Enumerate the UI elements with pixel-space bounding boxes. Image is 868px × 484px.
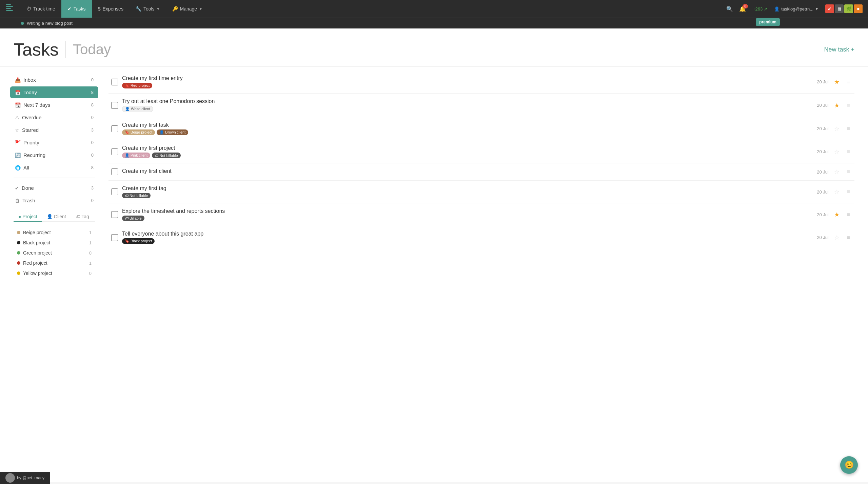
sidebar-item-inbox[interactable]: 📥 Inbox 0: [10, 74, 98, 86]
task-star-3[interactable]: ☆: [833, 125, 841, 133]
task-checkbox-3[interactable]: [111, 125, 118, 132]
nav-expenses[interactable]: $ Expenses: [92, 0, 130, 18]
nav-tools[interactable]: 🔧 Tools ▼: [130, 0, 166, 18]
task-tag-black-project[interactable]: 🔖 Black project: [122, 238, 155, 244]
user-menu-button[interactable]: 👤 tasklog@petrn... ▼: [771, 6, 821, 12]
sidebar-item-today[interactable]: 📅 Today 8: [10, 86, 98, 98]
task-menu-7[interactable]: ≡: [845, 211, 852, 218]
task-tag-brown-client[interactable]: 👤 Brown client: [157, 129, 188, 135]
sidebar-item-done[interactable]: ✔ Done 3: [10, 182, 98, 194]
notification-badge: 8: [743, 4, 748, 8]
task-star-2[interactable]: ★: [833, 102, 841, 109]
manage-icon: 🔑: [172, 6, 178, 12]
nav-track-time[interactable]: ⏱ Track time: [20, 0, 61, 18]
premium-badge[interactable]: premium: [756, 18, 780, 26]
task-checkbox-5[interactable]: [111, 168, 118, 175]
task-menu-6[interactable]: ≡: [845, 189, 852, 195]
project-dot-red: [17, 261, 20, 265]
sidebar-item-overdue[interactable]: ⚠ Overdue 0: [10, 112, 98, 123]
chat-button[interactable]: 😊: [840, 456, 858, 474]
app-icon-orange[interactable]: ■: [854, 4, 863, 13]
score-button[interactable]: +263 ↗: [750, 6, 770, 12]
task-name-6: Create my first tag: [122, 185, 810, 191]
recent-task-item[interactable]: ⏺ Writing a new blog post: [20, 21, 73, 26]
task-tag-notbillable-1[interactable]: 🏷 Not billable: [152, 153, 180, 158]
tools-dropdown-icon: ▼: [157, 7, 160, 11]
tab-tag[interactable]: 🏷 Tag: [71, 212, 94, 222]
sidebar-item-starred[interactable]: ☆ Starred 3: [10, 124, 98, 136]
check-icon: ✔: [67, 6, 72, 12]
inbox-icon: 📥: [15, 77, 21, 83]
task-checkbox-6[interactable]: [111, 188, 118, 195]
page-divider: [65, 41, 66, 58]
tab-project[interactable]: ● Project: [14, 212, 42, 222]
task-date-8: 20 Jul: [817, 235, 829, 240]
task-star-1[interactable]: ★: [833, 78, 841, 86]
task-star-8[interactable]: ☆: [833, 234, 841, 241]
table-row: Create my first client 20 Jul ☆ ≡: [108, 163, 854, 181]
svg-rect-0: [6, 4, 11, 5]
task-tag-notbillable-2[interactable]: 🏷 Not billable: [122, 193, 151, 198]
tab-client[interactable]: 👤 Client: [42, 212, 71, 222]
task-star-6[interactable]: ☆: [833, 188, 841, 196]
task-date-1: 20 Jul: [817, 79, 829, 84]
recent-task-bar: ⏺ Writing a new blog post: [0, 18, 868, 28]
project-item-beige[interactable]: Beige project 1: [14, 227, 95, 238]
task-tags-8: 🔖 Black project: [122, 238, 810, 244]
project-item-red[interactable]: Red project 1: [14, 258, 95, 268]
notification-button[interactable]: 🔔 8: [736, 3, 749, 14]
task-tag-red-project[interactable]: 🔖 Red project: [122, 83, 152, 88]
task-tag-white-client[interactable]: 👤 White client: [122, 106, 153, 112]
new-task-button[interactable]: New task +: [824, 46, 854, 53]
topnav: ⏱ Track time ✔ Tasks $ Expenses 🔧 Tools …: [0, 0, 868, 18]
sidebar-item-all[interactable]: 🌐 All 8: [10, 162, 98, 174]
app-icon-grid[interactable]: ▦: [835, 4, 844, 13]
task-date-6: 20 Jul: [817, 189, 829, 195]
app-icon-check[interactable]: ✔: [825, 4, 834, 13]
task-checkbox-7[interactable]: [111, 211, 118, 218]
search-button[interactable]: 🔍: [724, 3, 735, 14]
client-tab-icon: 👤: [47, 214, 53, 219]
manage-dropdown-icon: ▼: [199, 7, 202, 11]
task-menu-2[interactable]: ≡: [845, 102, 852, 108]
overdue-icon: ⚠: [15, 115, 19, 120]
sidebar-item-recurring[interactable]: 🔄 Recurring 0: [10, 149, 98, 161]
task-checkbox-4[interactable]: [111, 148, 118, 155]
page-title: Tasks: [14, 39, 59, 60]
task-tag-pink-client[interactable]: 👤 Pink client: [122, 153, 150, 158]
done-icon: ✔: [15, 185, 19, 191]
sidebar: 📥 Inbox 0 📅 Today 8 📆 Next 7 days 8 ⚠ Ov…: [7, 67, 102, 286]
task-star-4[interactable]: ☆: [833, 148, 841, 156]
project-item-yellow[interactable]: Yellow project 0: [14, 268, 95, 278]
task-menu-8[interactable]: ≡: [845, 235, 852, 241]
task-tags-2: 👤 White client: [122, 106, 810, 112]
task-date-4: 20 Jul: [817, 149, 829, 154]
sidebar-item-trash[interactable]: 🗑 Trash 0: [10, 195, 98, 206]
project-item-black[interactable]: Black project 1: [14, 238, 95, 248]
tools-icon: 🔧: [136, 6, 141, 12]
task-tag-billable-1[interactable]: 🏷 Billable: [122, 216, 144, 221]
task-tag-beige-project[interactable]: 🔖 Beige project: [122, 129, 155, 135]
nav-tasks[interactable]: ✔ Tasks: [61, 0, 92, 18]
task-checkbox-8[interactable]: [111, 234, 118, 241]
task-star-5[interactable]: ☆: [833, 168, 841, 176]
task-checkbox-2[interactable]: [111, 102, 118, 109]
task-star-7[interactable]: ★: [833, 211, 841, 218]
task-menu-4[interactable]: ≡: [845, 149, 852, 155]
task-name-5: Create my first client: [122, 168, 810, 174]
project-dot-black: [17, 241, 20, 244]
app-icon-leaf[interactable]: 🌿: [844, 4, 853, 13]
task-menu-3[interactable]: ≡: [845, 126, 852, 132]
logo[interactable]: [5, 3, 18, 15]
task-checkbox-1[interactable]: [111, 79, 118, 85]
nav-manage[interactable]: 🔑 Manage ▼: [166, 0, 209, 18]
project-item-green[interactable]: Green project 0: [14, 248, 95, 258]
sidebar-item-next7days[interactable]: 📆 Next 7 days 8: [10, 99, 98, 111]
task-menu-1[interactable]: ≡: [845, 79, 852, 85]
user-icon: 👤: [774, 6, 780, 12]
main-container: Tasks Today New task + 📥 Inbox 0 📅 Today…: [0, 28, 868, 482]
sidebar-item-priority[interactable]: 🚩 Priority 0: [10, 137, 98, 148]
task-menu-5[interactable]: ≡: [845, 169, 852, 175]
plus-icon: +: [851, 46, 854, 53]
tag-tab-icon: 🏷: [76, 214, 80, 219]
